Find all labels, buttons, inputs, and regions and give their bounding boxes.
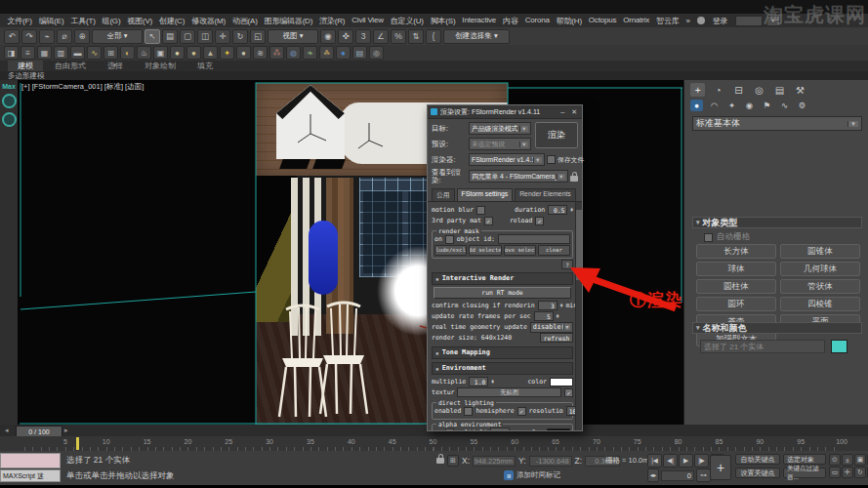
- refresh-button[interactable]: refresh: [540, 333, 573, 343]
- alpha-multiplier-field[interactable]: 1.0: [490, 427, 510, 430]
- bind-to-space-warp-icon[interactable]: ⊕: [74, 29, 90, 44]
- help-ring-icon[interactable]: ◎: [369, 46, 384, 60]
- name-color-rollout[interactable]: ▾ 名称和颜色: [692, 322, 862, 334]
- helpers-category-icon[interactable]: ⚑: [761, 100, 773, 111]
- login-button[interactable]: 登录: [709, 16, 731, 26]
- alpha-color-swatch[interactable]: [547, 428, 570, 430]
- run-rt-mode-button[interactable]: run RT mode: [434, 287, 571, 299]
- rendered-frame-window-icon[interactable]: ▣: [153, 46, 168, 60]
- geometry-category-icon[interactable]: ●: [690, 100, 703, 111]
- hair-strands-icon[interactable]: ≋: [253, 46, 268, 60]
- primitive-button-3[interactable]: 几何球体: [780, 262, 860, 276]
- lights-category-icon[interactable]: ✦: [725, 100, 738, 111]
- window-crossing-icon[interactable]: ◫: [197, 29, 213, 44]
- camera-viewport[interactable]: [+] [FStormCamera_001] [标准] [边面]: [18, 80, 683, 425]
- mirror-icon[interactable]: ◨: [4, 46, 19, 60]
- previous-frame-icon[interactable]: ◀|: [663, 454, 678, 468]
- motion-blur-checkbox[interactable]: [476, 206, 485, 215]
- zoom-region-icon[interactable]: ▭: [829, 467, 841, 478]
- dl-enabled-checkbox[interactable]: [464, 407, 473, 416]
- align-icon[interactable]: ≡: [21, 46, 35, 60]
- set-key-button[interactable]: 设置关键点: [735, 468, 780, 478]
- primitive-category-dropdown[interactable]: 标准基本体 ▼: [692, 116, 862, 131]
- menu-item-0[interactable]: 文件(F): [4, 16, 35, 26]
- curve-editor-icon[interactable]: ∿: [87, 46, 102, 60]
- menu-item-11[interactable]: 自定义(U): [387, 16, 427, 26]
- shapes-category-icon[interactable]: ◠: [708, 100, 721, 111]
- ribbon-tab-0[interactable]: 建模: [8, 61, 43, 71]
- material-editor-icon[interactable]: ◐: [120, 46, 135, 60]
- layer-manager-icon[interactable]: ▦: [37, 46, 52, 60]
- dialog-scrollbar[interactable]: [575, 202, 582, 430]
- spinner-icon[interactable]: ▲▼: [557, 314, 559, 319]
- env-texture-button[interactable]: 无贴图: [457, 387, 561, 397]
- systems-category-icon[interactable]: ⚙: [796, 100, 808, 111]
- menu-item-5[interactable]: 创建(C): [156, 16, 188, 26]
- menu-item-7[interactable]: 动画(A): [228, 16, 261, 26]
- preset-dropdown[interactable]: 未选定预设▼: [469, 138, 531, 150]
- menu-item-3[interactable]: 组(G): [99, 16, 124, 26]
- globe-icon[interactable]: ◍: [286, 46, 301, 60]
- ribbon-toggle-icon[interactable]: ▬: [70, 46, 85, 60]
- primitive-button-0[interactable]: 长方体: [696, 244, 776, 259]
- search-input[interactable]: [735, 16, 763, 26]
- named-selection-dropdown[interactable]: 创建选择集 ▾: [443, 29, 510, 44]
- auto-key-button[interactable]: 自动关键点: [735, 454, 780, 465]
- save-file-checkbox[interactable]: [547, 155, 556, 164]
- minimize-icon[interactable]: –: [558, 108, 566, 115]
- add-key-button[interactable]: +: [710, 455, 731, 480]
- time-slider-prev-icon[interactable]: ◂: [5, 427, 9, 434]
- env-multiplier-field[interactable]: 1.0: [469, 377, 488, 386]
- close-icon[interactable]: ✕: [569, 108, 579, 116]
- select-object-icon[interactable]: ↖: [145, 29, 160, 44]
- y-coordinate-field[interactable]: -1300.648: [529, 456, 572, 467]
- zoom-icon[interactable]: ±: [842, 454, 853, 466]
- scene-explorer-icon[interactable]: ▥: [54, 46, 68, 60]
- render-button[interactable]: 渲染: [535, 122, 578, 148]
- ribbon-subtab-polygon-modeling[interactable]: 多边形建模: [0, 71, 53, 81]
- object-name-field[interactable]: 选择了 21 个实体: [700, 340, 825, 353]
- ribbon-tab-1[interactable]: 自由形式: [45, 61, 96, 71]
- lock-view-icon[interactable]: [570, 176, 578, 182]
- env-texture-checkbox[interactable]: ✓: [564, 388, 573, 397]
- spacewarps-category-icon[interactable]: ∿: [778, 100, 791, 111]
- schematic-view-icon[interactable]: ⊞: [103, 46, 118, 60]
- renderer-dropdown[interactable]: FStormRender v1.4.11▼: [469, 153, 545, 166]
- selection-lock-icon[interactable]: [436, 458, 444, 464]
- workspace-dropdown[interactable]: ▾: [766, 16, 780, 26]
- spinner-icon[interactable]: ▲▼: [560, 304, 563, 308]
- blue-sphere-icon[interactable]: ●: [336, 46, 351, 60]
- time-tag-label[interactable]: 添加时间标记: [517, 470, 560, 480]
- object-id-field[interactable]: [498, 234, 570, 244]
- motion-tab-icon[interactable]: ◎: [752, 83, 766, 97]
- dialog-tab-0[interactable]: 公用: [432, 188, 455, 201]
- modify-tab-icon[interactable]: ◔: [711, 83, 725, 97]
- selection-filter-dropdown[interactable]: 全部 ▾: [92, 29, 143, 44]
- menu-item-10[interactable]: Civil View: [349, 16, 388, 26]
- object-color-swatch[interactable]: [831, 340, 847, 353]
- ribbon-tab-4[interactable]: 填充: [187, 61, 223, 71]
- mask-button-0[interactable]: include/exclude: [434, 245, 467, 256]
- cone-primitive-icon[interactable]: ▲: [203, 46, 218, 60]
- maxscript-mini-listener[interactable]: [0, 453, 61, 468]
- spinner-icon[interactable]: ▲▼: [570, 208, 573, 213]
- time-tag-icon[interactable]: ≣: [504, 470, 514, 480]
- render-production-icon[interactable]: ●: [170, 46, 185, 60]
- primitive-button-6[interactable]: 圆环: [696, 297, 776, 311]
- spinner-snap-icon[interactable]: ⇅: [408, 29, 424, 44]
- menu-item-6[interactable]: 修改器(M): [188, 16, 229, 26]
- mask-button-3[interactable]: clear: [538, 245, 570, 256]
- cameras-category-icon[interactable]: ◉: [743, 100, 756, 111]
- leaf-icon[interactable]: ❧: [303, 46, 317, 60]
- key-mode-icon[interactable]: ⊶: [696, 468, 711, 482]
- alpha-on-checkbox[interactable]: [445, 428, 454, 430]
- rt-geometry-dropdown[interactable]: disable(=during)▼: [530, 322, 573, 333]
- current-frame-field[interactable]: 0: [661, 470, 694, 481]
- sphere-icon[interactable]: ●: [236, 46, 251, 60]
- menu-item-15[interactable]: Corona: [521, 16, 553, 26]
- menu-item-12[interactable]: 脚本(S): [427, 16, 459, 26]
- scene-security-icon[interactable]: [2, 94, 17, 108]
- percent-snap-icon[interactable]: %: [391, 29, 406, 44]
- menu-item-13[interactable]: Interactive: [459, 16, 500, 26]
- select-and-link-icon[interactable]: ⌁: [39, 29, 55, 44]
